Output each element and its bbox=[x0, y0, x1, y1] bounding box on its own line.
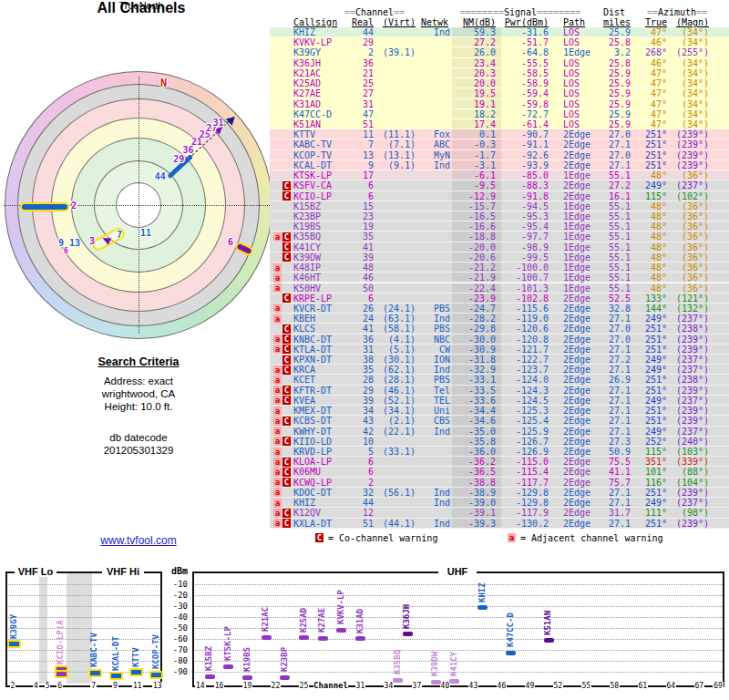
table-row: KTTV11(11.1)Fox0.1-90.72Edge27.0251°(239… bbox=[270, 129, 729, 139]
cell-nm: -35.0 bbox=[456, 427, 496, 437]
cell-path: 1Edge bbox=[563, 252, 594, 262]
vhf-lo-title: VHF Lo bbox=[15, 566, 56, 577]
signal-callsign-label: K39DW bbox=[430, 652, 440, 676]
cell-true: 251° bbox=[638, 129, 667, 139]
uhf-title: UHF bbox=[438, 566, 477, 577]
cell-nm: -30.9 bbox=[456, 345, 496, 355]
cell-path: 1Edge bbox=[563, 283, 594, 293]
col-header-pwr: Pwr(dBm) bbox=[501, 17, 549, 27]
signal-marker bbox=[7, 640, 21, 648]
cell-callsign: K41CY bbox=[293, 242, 348, 252]
cell-path: 2Edge bbox=[563, 519, 594, 529]
cell-true: 249° bbox=[638, 314, 667, 324]
signal-callsign-label: K39GY bbox=[9, 614, 19, 639]
signal-callsign-label: K51AN bbox=[543, 611, 553, 635]
cell-true: 47° bbox=[638, 99, 667, 109]
cell-miles: 25.9 bbox=[598, 68, 631, 78]
cell-miles: 75.5 bbox=[598, 457, 631, 467]
cell-miles: 55.1 bbox=[598, 252, 631, 262]
cell-virt: (13.1) bbox=[379, 150, 416, 160]
cell-real: 31 bbox=[348, 99, 374, 109]
cell-callsign: KRPE-LP bbox=[293, 293, 348, 304]
radar-channel-label: 44 bbox=[155, 171, 166, 181]
tvfool-link[interactable]: www.tvfool.com bbox=[47, 534, 230, 547]
cell-path: LOS bbox=[563, 37, 594, 47]
table-row: aCKNBC-DT36(4.1)NBC-30.0-120.82Edge27.02… bbox=[270, 335, 729, 345]
cell-pwr: -124.0 bbox=[501, 375, 549, 385]
signal-marker bbox=[129, 668, 143, 676]
cell-netwk: Ind bbox=[421, 519, 450, 529]
signal-marker bbox=[449, 679, 459, 684]
cell-true: 48° bbox=[638, 232, 667, 242]
gridline bbox=[8, 639, 160, 640]
cell-miles: 27.1 bbox=[598, 365, 631, 375]
cell-miles: 25.8 bbox=[598, 58, 631, 68]
signal-marker bbox=[205, 674, 215, 679]
cell-virt: (63.1) bbox=[379, 314, 416, 324]
cell-real: 6 bbox=[348, 191, 374, 201]
table-row: CKSFV-CA6-9.5-88.32Edge27.2249°(237°) bbox=[270, 180, 729, 190]
adjacent-warning-mark: a bbox=[273, 509, 282, 518]
cell-virt: (9.1) bbox=[379, 160, 416, 170]
cell-pwr: -101.3 bbox=[501, 283, 549, 293]
adjacent-warning-mark: a bbox=[273, 263, 282, 273]
cell-callsign: K39DW bbox=[293, 252, 348, 262]
cell-miles: 27.2 bbox=[598, 355, 631, 365]
signal-callsign-label: K25AD bbox=[299, 608, 309, 633]
cell-path: 2Edge bbox=[563, 293, 594, 304]
cell-path: 2Edge bbox=[563, 129, 594, 139]
co-channel-legend-text: = Co-channel warning bbox=[328, 533, 437, 543]
cell-callsign: K31AD bbox=[293, 99, 348, 109]
cell-nm: -24.7 bbox=[456, 304, 496, 314]
cell-path: 2Edge bbox=[563, 427, 594, 437]
cell-true: 249° bbox=[638, 396, 667, 406]
cell-path: 2Edge bbox=[563, 335, 594, 345]
cell-true: 48° bbox=[638, 170, 667, 180]
x-axis-tick-label: 58 bbox=[610, 682, 621, 690]
cell-miles: 27.1 bbox=[598, 519, 631, 529]
x-axis-tick-label: 43 bbox=[468, 682, 479, 690]
x-axis-tick-label: 34 bbox=[384, 682, 395, 690]
cell-nm: -39.0 bbox=[456, 498, 496, 508]
cell-real: 10 bbox=[348, 437, 374, 447]
gridline bbox=[8, 628, 160, 629]
table-row: KHIZ44Ind59.3-31.6LOS25.947°(34°) bbox=[270, 27, 729, 37]
table-row: KVKV-LP2927.2-51.7LOS25.846°(34°) bbox=[270, 37, 729, 47]
cell-nm: -33.6 bbox=[456, 396, 496, 406]
y-axis-tick-label: -70 bbox=[164, 645, 188, 654]
x-axis-tick-label: 9 bbox=[112, 682, 118, 690]
cell-real: 11 bbox=[348, 129, 374, 139]
cell-nm: 26.0 bbox=[456, 47, 496, 57]
cell-miles: 55.1 bbox=[598, 262, 631, 273]
cell-path: 2Edge bbox=[563, 324, 594, 334]
cell-netwk: Ind bbox=[421, 160, 450, 170]
cell-callsign: K48IP bbox=[293, 262, 348, 273]
cell-netwk: PBS bbox=[421, 324, 450, 334]
cell-callsign: KTLA-DT bbox=[293, 345, 348, 355]
cell-callsign: K50HV bbox=[293, 283, 348, 293]
x-axis-tick-label: 7 bbox=[90, 682, 97, 690]
cell-pwr: -88.3 bbox=[501, 180, 549, 190]
co-channel-warning-mark: C bbox=[282, 335, 291, 344]
table-row: K21AC2120.3-58.5LOS25.947°(34°) bbox=[270, 68, 729, 78]
header-signal-group: ========Signal======== bbox=[457, 7, 584, 17]
table-row: CKPXN-DT38(30.1)ION-31.8-122.72Edge27.22… bbox=[270, 355, 729, 365]
table-row: aCKCBS-DT43(2.1)CBS-34.6-125.42Edge27.12… bbox=[270, 416, 729, 426]
cell-path: 2Edge bbox=[563, 406, 594, 416]
cell-nm: 18.2 bbox=[456, 109, 496, 119]
table-row: aK46HT46-21.9-100.71Edge55.148°(36°) bbox=[270, 273, 729, 283]
adjacent-warning-mark: a bbox=[273, 345, 282, 354]
cell-nm: -32.9 bbox=[456, 365, 496, 375]
cell-real: 15 bbox=[348, 201, 374, 211]
cell-magn: (88°) bbox=[671, 467, 709, 477]
x-axis-tick-label: 25 bbox=[299, 682, 310, 690]
cell-nm: 59.3 bbox=[456, 27, 496, 37]
cell-virt: (4.1) bbox=[379, 335, 416, 345]
cell-miles: 55.1 bbox=[598, 242, 631, 252]
cell-true: 101° bbox=[638, 467, 667, 477]
cell-callsign: K21AC bbox=[293, 68, 348, 78]
cell-true: 46° bbox=[638, 37, 667, 47]
col-header-magn: (Magn) bbox=[671, 17, 709, 27]
adjacent-warning-mark: a bbox=[273, 417, 282, 426]
cell-true: 48° bbox=[638, 221, 667, 232]
